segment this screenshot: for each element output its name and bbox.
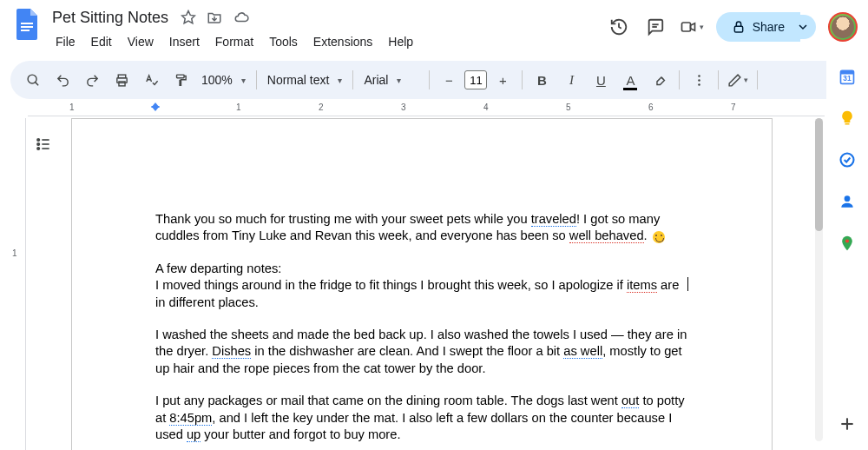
editing-mode-button[interactable]: ▾ xyxy=(724,66,752,94)
smiley-emoji xyxy=(653,231,665,243)
add-app-icon[interactable] xyxy=(838,415,856,433)
font-size-decrease[interactable]: − xyxy=(435,66,463,94)
font-size-input[interactable] xyxy=(464,70,487,89)
outline-toggle-icon[interactable] xyxy=(28,129,59,160)
history-icon[interactable] xyxy=(607,15,631,39)
vertical-scrollbar[interactable] xyxy=(815,118,823,441)
svg-rect-6 xyxy=(681,23,690,31)
redo-icon[interactable] xyxy=(78,66,106,94)
meet-icon[interactable]: ▾ xyxy=(680,15,704,39)
search-icon[interactable] xyxy=(19,66,47,94)
app-docs-icon[interactable] xyxy=(10,7,45,42)
tasks-app-icon[interactable] xyxy=(838,151,856,169)
document-page[interactable]: Thank you so much for trusting me with y… xyxy=(71,118,773,450)
bold-button[interactable]: B xyxy=(528,66,556,94)
menu-edit[interactable]: Edit xyxy=(84,31,119,52)
svg-marker-19 xyxy=(151,103,160,108)
print-icon[interactable] xyxy=(108,66,135,94)
svg-point-16 xyxy=(698,79,700,82)
menu-insert[interactable]: Insert xyxy=(162,31,207,52)
keep-app-icon[interactable] xyxy=(838,109,856,127)
svg-marker-3 xyxy=(182,11,195,23)
toolbar: 100% Normal text Arial − + B I U A ▾ xyxy=(10,61,858,99)
svg-marker-7 xyxy=(690,23,694,30)
svg-point-15 xyxy=(698,75,700,77)
horizontal-ruler[interactable]: 1 1 2 3 4 5 6 7 xyxy=(28,101,825,116)
side-panel: 31 xyxy=(826,56,868,450)
undo-icon[interactable] xyxy=(49,66,76,94)
text-color-button[interactable]: A xyxy=(616,66,644,94)
star-icon[interactable] xyxy=(181,10,196,25)
share-label: Share xyxy=(753,20,785,34)
svg-rect-14 xyxy=(176,75,184,78)
vertical-ruler[interactable]: 1 xyxy=(12,118,26,450)
maps-app-icon[interactable] xyxy=(838,235,856,252)
menu-file[interactable]: File xyxy=(49,31,82,52)
share-button[interactable]: Share xyxy=(716,12,800,42)
document-title[interactable]: Pet Sitting Notes xyxy=(49,8,172,28)
menu-extensions[interactable]: Extensions xyxy=(306,31,379,52)
menu-view[interactable]: View xyxy=(121,31,161,52)
svg-point-24 xyxy=(37,148,40,150)
svg-rect-29 xyxy=(845,123,850,125)
svg-rect-0 xyxy=(21,23,33,24)
italic-button[interactable]: I xyxy=(557,66,585,94)
calendar-app-icon[interactable]: 31 xyxy=(838,68,856,85)
svg-rect-1 xyxy=(21,26,33,28)
text-cursor xyxy=(687,277,688,291)
svg-point-31 xyxy=(845,195,851,202)
svg-point-17 xyxy=(698,83,700,86)
cloud-status-icon[interactable] xyxy=(233,10,250,25)
underline-button[interactable]: U xyxy=(587,66,615,94)
document-body[interactable]: Thank you so much for trusting me with y… xyxy=(155,211,688,443)
account-avatar[interactable] xyxy=(828,12,858,42)
highlight-button[interactable] xyxy=(646,66,674,94)
svg-point-9 xyxy=(28,75,36,83)
menu-tools[interactable]: Tools xyxy=(262,31,305,52)
font-size-increase[interactable]: + xyxy=(489,66,516,94)
font-family-dropdown[interactable]: Arial xyxy=(358,73,424,87)
paragraph-style-dropdown[interactable]: Normal text xyxy=(262,73,348,87)
scrollbar-thumb[interactable] xyxy=(815,118,823,231)
contacts-app-icon[interactable] xyxy=(838,193,856,210)
svg-point-32 xyxy=(845,239,849,242)
more-toolbar-icon[interactable] xyxy=(685,66,713,94)
comments-icon[interactable] xyxy=(643,15,667,39)
menu-bar: File Edit View Insert Format Tools Exten… xyxy=(49,30,607,54)
svg-rect-8 xyxy=(734,26,742,32)
menu-format[interactable]: Format xyxy=(208,31,260,52)
svg-text:31: 31 xyxy=(843,74,852,83)
svg-rect-2 xyxy=(21,30,30,31)
svg-line-10 xyxy=(35,82,38,85)
svg-point-20 xyxy=(37,139,40,142)
move-icon[interactable] xyxy=(207,10,222,25)
zoom-dropdown[interactable]: 100% xyxy=(196,73,251,87)
paint-format-icon[interactable] xyxy=(167,66,194,94)
menu-help[interactable]: Help xyxy=(381,31,420,52)
share-dropdown[interactable] xyxy=(790,15,816,39)
svg-point-22 xyxy=(37,143,40,146)
spellcheck-icon[interactable] xyxy=(137,66,165,94)
